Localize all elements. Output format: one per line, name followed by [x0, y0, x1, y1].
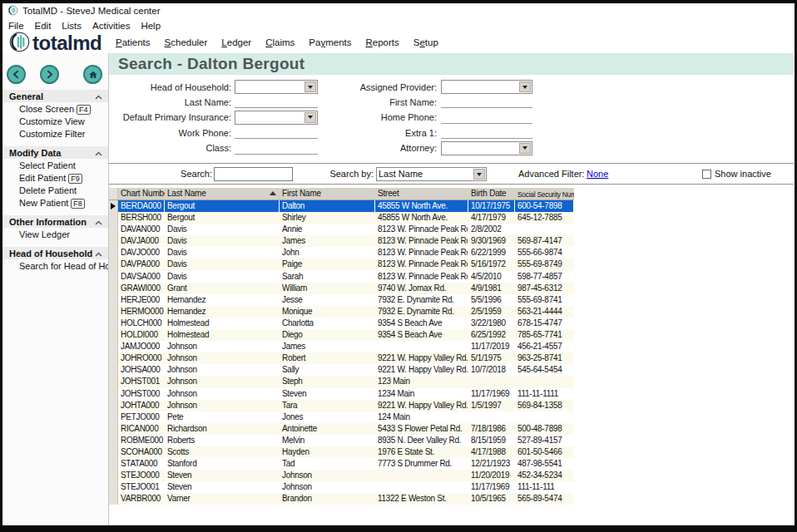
table-row[interactable]: VARBR000VarnerBrandon11322 E Weston St.1…	[109, 493, 574, 505]
menu-lists[interactable]: Lists	[62, 21, 82, 31]
combo-attorney[interactable]	[441, 141, 532, 155]
input-class[interactable]	[235, 142, 318, 155]
cell-first-name: Steph	[280, 376, 375, 387]
sidebar-item-customize-filter[interactable]: Customize Filter	[2, 127, 108, 140]
chevron-up-icon[interactable]	[95, 249, 102, 259]
cell-chart-number: HOLDI000	[118, 329, 165, 341]
table-row[interactable]: DAVAN000DavisAnnie8123 W. Pinnacle Peak …	[109, 224, 574, 235]
dropdown-arrow-icon[interactable]	[304, 81, 316, 92]
menu-help[interactable]: Help	[141, 21, 161, 31]
menu-file[interactable]: File	[8, 21, 24, 31]
sidebar-item-select-patient[interactable]: Select Patient	[2, 159, 108, 171]
table-row[interactable]: JAMJO000JohnsonJames11/17/2019456-21-455…	[109, 341, 574, 352]
table-row[interactable]: JOHSA000JohnsonSally9221 W. Happy Valley…	[109, 364, 574, 376]
column-header-last-name[interactable]: Last Name	[165, 188, 280, 200]
table-row[interactable]: PETJO000PeteJones124 Main	[109, 411, 574, 423]
table-row[interactable]: JOHST001JohnsonSteph123 Main	[109, 376, 574, 387]
table-row[interactable]: DAVPA000DavisPaige8123 W. Pinnacle Peak …	[109, 259, 574, 270]
home-button[interactable]	[83, 65, 102, 84]
menu-activities[interactable]: Activities	[92, 21, 130, 31]
column-header-chart-number[interactable]: Chart Number	[118, 188, 165, 200]
chevron-up-icon[interactable]	[95, 217, 102, 227]
sidebar-section-other-information[interactable]: Other Information	[2, 215, 108, 228]
sidebar-section-general[interactable]: General	[2, 90, 108, 102]
sidebar-item-new-patient[interactable]: New PatientF8	[2, 196, 108, 209]
show-inactive-checkbox[interactable]	[702, 170, 711, 179]
dropdown-arrow-icon[interactable]	[519, 143, 531, 154]
sidebar-item-customize-view[interactable]: Customize View	[2, 115, 108, 127]
combo-head-of-household[interactable]	[235, 80, 318, 94]
table-row[interactable]: DAVSA000DavisSarah8123 W. Pinnacle Peak …	[109, 271, 574, 283]
search-by-select[interactable]: Last Name	[376, 167, 487, 181]
table-row[interactable]: HERMO000HernandezMonique7932 E. Dynamite…	[109, 306, 574, 318]
sidebar-item-search-for-head-of-hous[interactable]: Search for Head of Hous...	[2, 259, 108, 272]
table-row[interactable]: RICAN000RichardsonAntoinette5433 S Flowe…	[109, 423, 574, 435]
input-home-phone[interactable]	[441, 111, 532, 124]
cell-birth-date: 10/17/1975	[468, 200, 515, 212]
show-inactive-label: Show inactive	[715, 169, 771, 179]
cell-social-security-number: 963-25-8741	[515, 352, 574, 364]
table-row[interactable]: GRAWI000GrantWilliam9740 W. Jomax Rd.4/9…	[109, 283, 574, 294]
appmenu-payments[interactable]: Payments	[309, 37, 351, 47]
cell-first-name: William	[280, 283, 375, 294]
input-first-name[interactable]	[441, 96, 532, 108]
dropdown-arrow-icon[interactable]	[473, 169, 485, 180]
sidebar-section-title: Modify Data	[9, 148, 61, 158]
appmenu-ledger[interactable]: Ledger	[221, 37, 251, 47]
table-row[interactable]: STEJO000StevenJohnson11/20/2019452-34-52…	[109, 470, 574, 481]
column-header-street[interactable]: Street	[375, 188, 468, 200]
menu-edit[interactable]: Edit	[35, 21, 52, 31]
appmenu-setup[interactable]: Setup	[413, 37, 438, 47]
column-header-first-name[interactable]: First Name	[280, 188, 375, 200]
cell-first-name: James	[280, 235, 375, 247]
cell-first-name: Melvin	[280, 435, 375, 446]
input-last-name[interactable]	[235, 96, 318, 108]
cell-first-name: Sarah	[280, 271, 375, 283]
table-row[interactable]: ROBME000RobertsMelvin8935 N. Deer Valley…	[109, 435, 574, 446]
cell-street: 45855 W North Ave.	[375, 212, 468, 224]
forward-button[interactable]	[40, 65, 59, 84]
sidebar-section-modify-data[interactable]: Modify Data	[2, 146, 108, 159]
table-row[interactable]: STEJO001StevenJohnson11/17/1969111-11-11…	[109, 481, 574, 493]
advanced-filter-link[interactable]: None	[587, 169, 608, 179]
sidebar-item-view-ledger[interactable]: View Ledger	[2, 228, 108, 240]
table-row[interactable]: HOLCH000HolmesteadCharlotta9354 S Beach …	[109, 318, 574, 329]
appmenu-scheduler[interactable]: Scheduler	[165, 37, 208, 47]
table-row[interactable]: BERDA000BergoutDalton45855 W North Ave.1…	[109, 200, 574, 212]
dropdown-arrow-icon[interactable]	[304, 112, 316, 123]
appmenu-reports[interactable]: Reports	[366, 37, 399, 47]
table-row[interactable]: JOHTA000JohnsonTara9221 W. Happy Valley …	[109, 400, 574, 411]
cell-social-security-number: 111-11-1111	[515, 388, 574, 400]
appmenu-claims[interactable]: Claims	[265, 37, 295, 47]
record-selector-cell	[109, 435, 118, 446]
table-row[interactable]: HERJE000HernandezJesse7932 E. Dynamite R…	[109, 294, 574, 306]
input-extra-1[interactable]	[441, 126, 532, 139]
sidebar-item-delete-patient[interactable]: Delete Patient	[2, 184, 108, 196]
sidebar-item-close-screen[interactable]: Close ScreenF4	[2, 102, 108, 115]
table-row[interactable]: STATA000StanfordTad7773 S Drummer Rd.12/…	[109, 458, 574, 470]
chevron-up-icon[interactable]	[95, 148, 102, 158]
sidebar-item-edit-patient[interactable]: Edit PatientF9	[2, 171, 108, 184]
table-row[interactable]: BERSH000BergoutShirley45855 W North Ave.…	[109, 212, 574, 224]
table-row[interactable]: JOHRO000JohnsonRobert9221 W. Happy Valle…	[109, 352, 574, 364]
table-row[interactable]: JOHST000JohnsonSteven1234 Main11/17/1969…	[109, 388, 574, 400]
appmenu-patients[interactable]: Patients	[116, 37, 151, 47]
table-row[interactable]: DAVJA000DavisJames8123 W. Pinnacle Peak …	[109, 235, 574, 247]
combo-default-primary-insurance[interactable]	[235, 111, 318, 125]
record-selector-cell	[109, 400, 118, 411]
combo-assigned-provider[interactable]	[441, 80, 532, 94]
sidebar-section-head-of-household[interactable]: Head of Household	[2, 247, 108, 259]
table-row[interactable]: DAVJO000DavisJohn8123 W. Pinnacle Peak R…	[109, 247, 574, 259]
chevron-up-icon[interactable]	[95, 91, 102, 101]
table-row[interactable]: SCOHA000ScottsHayden1976 E State St.4/17…	[109, 446, 574, 458]
sidebar-section-title: Other Information	[9, 217, 87, 227]
cell-birth-date: 8/15/1959	[468, 435, 515, 446]
back-button[interactable]	[7, 65, 26, 84]
table-row[interactable]: HOLDI000HolmesteadDiego9354 S Beach Ave6…	[109, 329, 574, 341]
search-input[interactable]	[214, 167, 293, 181]
input-work-phone[interactable]	[235, 126, 318, 139]
column-header-birth-date[interactable]: Birth Date	[468, 188, 515, 200]
cell-first-name: Johnson	[280, 481, 375, 493]
column-header-social-security-number[interactable]: Social Security Number	[515, 188, 574, 200]
dropdown-arrow-icon[interactable]	[519, 81, 531, 92]
